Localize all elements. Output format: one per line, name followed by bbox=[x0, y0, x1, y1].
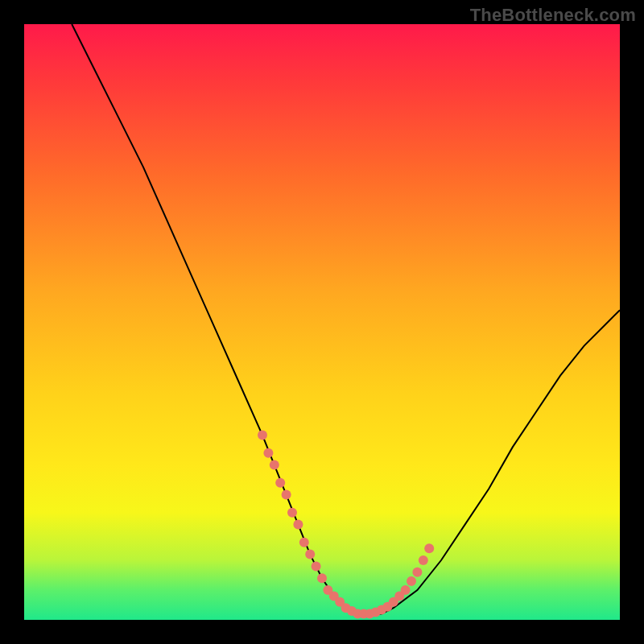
marker-dot bbox=[312, 561, 321, 571]
marker-dot bbox=[317, 573, 327, 583]
curve-line bbox=[72, 24, 620, 614]
chart-frame: TheBottleneck.com bbox=[0, 0, 644, 644]
marker-dot bbox=[293, 520, 303, 530]
plot-area bbox=[24, 24, 620, 620]
marker-dot bbox=[412, 568, 422, 577]
marker-dot bbox=[305, 550, 315, 559]
chart-svg bbox=[24, 24, 620, 620]
marker-dot bbox=[419, 555, 428, 565]
marker-dot bbox=[258, 431, 267, 440]
marker-dot bbox=[275, 478, 285, 488]
marker-dot bbox=[401, 585, 411, 595]
marker-dot bbox=[407, 576, 416, 586]
marker-dot bbox=[270, 460, 279, 470]
curve-path bbox=[72, 24, 620, 614]
highlight-markers bbox=[258, 431, 434, 619]
marker-dot bbox=[424, 543, 434, 553]
marker-dot bbox=[282, 490, 291, 500]
marker-dot bbox=[263, 448, 273, 458]
watermark-text: TheBottleneck.com bbox=[470, 5, 636, 26]
marker-dot bbox=[299, 538, 309, 547]
marker-dot bbox=[287, 508, 297, 518]
